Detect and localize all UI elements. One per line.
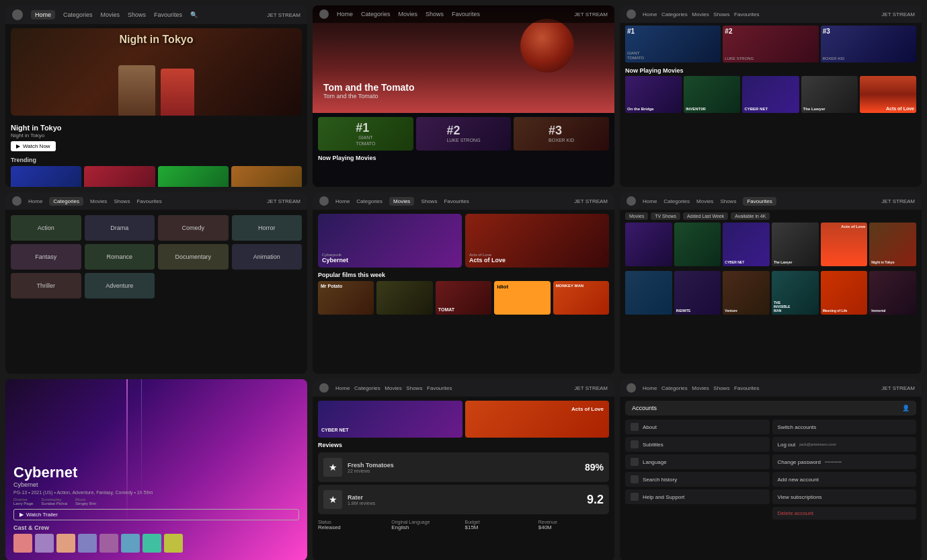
category-adventure[interactable]: Adventure	[85, 273, 155, 298]
fav-1[interactable]	[625, 223, 672, 266]
trending-card-3[interactable]	[158, 166, 229, 187]
menu-add-account[interactable]: Add new account	[772, 472, 917, 487]
menu-view-subscriptions[interactable]: View subscriptions	[772, 489, 917, 504]
top-card-2[interactable]: #2 LUKE STRONG	[723, 26, 818, 63]
fav-7[interactable]	[625, 271, 672, 315]
nav-categories2[interactable]: Categories	[361, 11, 391, 17]
nav-favs5[interactable]: Favourites	[444, 198, 469, 204]
fav-acts[interactable]: Acts of Love	[821, 223, 868, 266]
nav-shows6[interactable]: Shows	[720, 198, 736, 204]
fav-ineimite[interactable]: INEIMITE	[674, 271, 721, 315]
menu-language[interactable]: Language	[625, 454, 770, 469]
nav-favourites[interactable]: Favourites	[154, 11, 182, 18]
rank-1[interactable]: #1 GIANTTOMATO	[318, 117, 413, 151]
movie-lawyer[interactable]: The Lawyer	[801, 76, 858, 113]
fav-lawyer[interactable]: The Lawyer	[772, 223, 819, 266]
menu-switch-accounts[interactable]: Switch accounts	[772, 419, 917, 434]
nav-home4[interactable]: Home	[28, 198, 42, 204]
nav-home5[interactable]: Home	[335, 198, 350, 204]
cast-3[interactable]	[56, 534, 75, 553]
movie-cybernet[interactable]: CYBER NET	[742, 76, 799, 113]
nav-shows2[interactable]: Shows	[426, 11, 444, 17]
pop-tomat[interactable]: TOMAT	[436, 281, 491, 315]
menu-change-password[interactable]: Change password ••••••••••••	[772, 454, 917, 469]
film-cybernet-thumb[interactable]: CYBER NET	[318, 401, 462, 438]
cast-1[interactable]	[13, 534, 32, 553]
fav-invisible[interactable]: THEINVISIBLEMAN	[772, 271, 819, 315]
fav-meaning[interactable]: Meaning of Life	[821, 271, 868, 315]
top-card-3[interactable]: #3 BOXER KID	[821, 26, 916, 63]
cast-2[interactable]	[35, 534, 54, 553]
fav-venture[interactable]: Venture	[723, 271, 770, 315]
menu-subtitles[interactable]: Subtitles	[625, 437, 770, 452]
trending-card-4[interactable]	[231, 166, 302, 187]
nav-movies2[interactable]: Movies	[399, 11, 418, 17]
filter-movies[interactable]: Movies	[625, 212, 648, 220]
watch-trailer-button[interactable]: ▶ Watch Trailer	[13, 509, 299, 520]
category-action[interactable]: Action	[11, 215, 81, 241]
category-fantasy[interactable]: Fantasy	[11, 244, 81, 270]
fav-2[interactable]	[674, 223, 721, 266]
category-documentary[interactable]: Documentary	[158, 244, 229, 270]
search-icon[interactable]: 🔍	[190, 11, 198, 18]
fav-immortal[interactable]: Immortal	[869, 271, 916, 315]
rank-2[interactable]: #2 LUKE STRONG	[416, 117, 512, 151]
nav-movies6[interactable]: Movies	[696, 198, 713, 204]
menu-about[interactable]: About	[625, 419, 770, 434]
movie-inventor[interactable]: INVENT0R	[684, 76, 740, 113]
nav-cats5[interactable]: Categories	[356, 198, 382, 204]
fav-night-tokyo[interactable]: Night in Tokyo	[869, 223, 916, 266]
filter-added[interactable]: Added Last Week	[683, 212, 728, 220]
top-card-1[interactable]: #1 GIANTTOMATO	[625, 26, 721, 63]
nav-cats6[interactable]: Categories	[663, 198, 690, 204]
menu-delete-account[interactable]: Delete account	[772, 507, 917, 520]
trending-card-1[interactable]	[11, 166, 81, 187]
nav-favs2[interactable]: Favourites	[452, 11, 480, 17]
nav-movies[interactable]: Movies	[101, 11, 120, 18]
featured-acts[interactable]: Acts of Love Acts of Love	[465, 214, 609, 268]
category-drama[interactable]: Drama	[85, 215, 155, 241]
nav-shows5[interactable]: Shows	[421, 198, 437, 204]
pop-monkey-man[interactable]: MONKEY MAN	[553, 281, 609, 315]
cast-6[interactable]	[121, 534, 140, 553]
nav-movies4[interactable]: Movies	[90, 198, 107, 204]
rank-3[interactable]: #3 BOXER KID	[514, 117, 609, 151]
movie-acts[interactable]: Acts of Love	[860, 76, 916, 113]
filter-tvshows[interactable]: TV Shows	[651, 212, 680, 220]
film-acts-thumb[interactable]: Acts of Love	[465, 401, 610, 438]
avatar3	[627, 9, 636, 19]
pop-card-2[interactable]	[376, 281, 432, 315]
category-romance[interactable]: Romance	[85, 244, 155, 270]
trending-card-2[interactable]	[84, 166, 155, 187]
cast-8[interactable]	[164, 534, 183, 553]
cast-4[interactable]	[78, 534, 97, 553]
nav-movies5[interactable]: Movies	[389, 197, 414, 206]
movie-on-bridge[interactable]: On the Bridge	[625, 76, 682, 113]
menu-logout[interactable]: Log out jack@jetstream.com	[772, 437, 917, 452]
nav-home2[interactable]: Home	[337, 11, 353, 17]
nav-categories4[interactable]: Categories	[49, 197, 83, 206]
planet-visual	[520, 19, 574, 73]
pop-mr-potato[interactable]: Mr Potato	[318, 281, 374, 315]
nav-categories[interactable]: Categories	[63, 11, 93, 18]
cast-5[interactable]	[99, 534, 118, 553]
nav-home6[interactable]: Home	[643, 198, 657, 204]
category-horror[interactable]: Horror	[232, 215, 303, 241]
nav-favs6[interactable]: Favourites	[743, 197, 776, 206]
category-comedy[interactable]: Comedy	[158, 215, 229, 241]
filter-4k[interactable]: Available in 4K	[731, 212, 770, 220]
category-animation[interactable]: Animation	[232, 244, 303, 270]
nav-shows4[interactable]: Shows	[114, 198, 130, 204]
featured-cybernet[interactable]: Cyberpunk Cybernet	[318, 214, 462, 268]
category-thriller[interactable]: Thriller	[11, 273, 81, 298]
cast-7[interactable]	[143, 534, 161, 553]
menu-search-history[interactable]: Search history	[625, 472, 770, 487]
accounts-dropdown[interactable]: Accounts 👤	[625, 401, 916, 415]
nav-favs4[interactable]: Favourites	[136, 198, 161, 204]
nav-shows[interactable]: Shows	[128, 11, 146, 18]
fav-cybernet[interactable]: CYBER NET	[723, 223, 770, 266]
nav-home[interactable]: Home	[31, 10, 55, 19]
menu-help[interactable]: Help and Support	[625, 489, 770, 504]
pop-idiot[interactable]: idiot	[494, 281, 550, 315]
watch-now-button[interactable]: ▶ Watch Now	[11, 141, 56, 151]
